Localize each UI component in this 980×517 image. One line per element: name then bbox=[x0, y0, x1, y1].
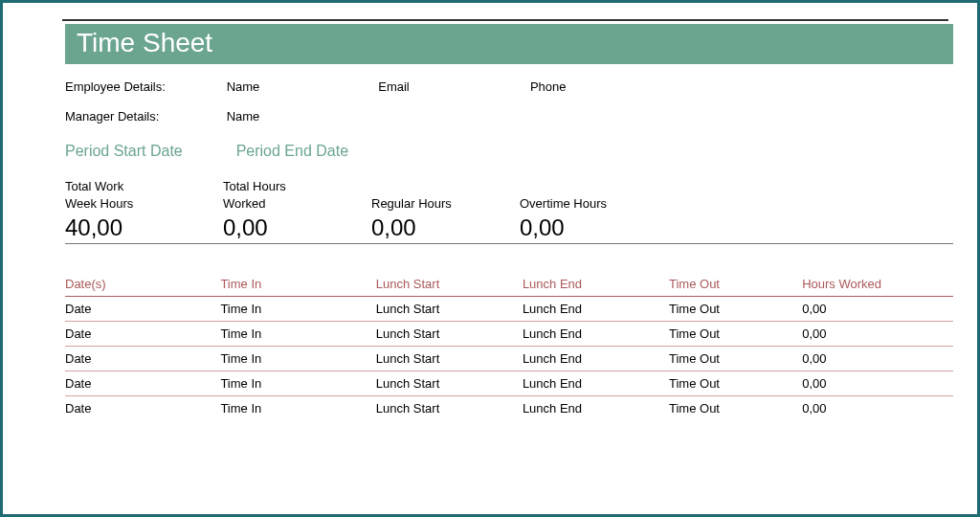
details-section: Employee Details: Name Email Phone Manag… bbox=[65, 79, 953, 124]
col-lunch-end: Lunch End bbox=[523, 273, 669, 297]
cell-lunch-end: Lunch End bbox=[523, 395, 669, 420]
table-row: DateTime InLunch StartLunch EndTime Out0… bbox=[65, 346, 953, 371]
table-row: DateTime InLunch StartLunch EndTime Out0… bbox=[65, 296, 953, 321]
cell-time-in: Time In bbox=[220, 346, 375, 371]
employee-name: Name bbox=[227, 79, 375, 94]
cell-time-out: Time Out bbox=[669, 296, 802, 321]
cell-hours-worked: 0,00 bbox=[802, 321, 953, 346]
cell-time-in: Time In bbox=[220, 321, 375, 346]
cell-lunch-start: Lunch Start bbox=[376, 346, 523, 371]
top-divider bbox=[62, 19, 948, 21]
cell-hours-worked: 0,00 bbox=[802, 296, 953, 321]
manager-details-row: Manager Details: Name bbox=[65, 109, 953, 124]
cell-lunch-end: Lunch End bbox=[523, 371, 669, 395]
cell-date: Date bbox=[65, 321, 220, 346]
cell-lunch-end: Lunch End bbox=[523, 346, 669, 371]
employee-phone: Phone bbox=[530, 79, 679, 94]
summary-overtime: Overtime Hours 0,00 bbox=[520, 179, 668, 241]
employee-email: Email bbox=[378, 79, 526, 94]
summary-regular-label2: Regular Hours bbox=[371, 196, 520, 212]
summary-overtime-label2: Overtime Hours bbox=[520, 196, 668, 212]
cell-hours-worked: 0,00 bbox=[802, 346, 953, 371]
manager-label: Manager Details: bbox=[65, 109, 223, 124]
table-header-row: Date(s) Time In Lunch Start Lunch End Ti… bbox=[65, 273, 953, 297]
col-hours-worked: Hours Worked bbox=[802, 273, 953, 297]
summary-total-week-label2: Week Hours bbox=[65, 196, 223, 212]
summary-total-worked-label2: Worked bbox=[223, 196, 371, 212]
cell-time-out: Time Out bbox=[669, 371, 802, 395]
cell-time-in: Time In bbox=[220, 371, 375, 395]
col-time-out: Time Out bbox=[669, 273, 802, 297]
col-lunch-start: Lunch Start bbox=[376, 273, 523, 297]
summary-row: Total Work Week Hours 40,00 Total Hours … bbox=[65, 179, 953, 244]
cell-date: Date bbox=[65, 395, 220, 420]
summary-regular-label1 bbox=[371, 179, 520, 194]
summary-overtime-value: 0,00 bbox=[520, 214, 668, 241]
cell-lunch-start: Lunch Start bbox=[376, 371, 523, 395]
cell-time-out: Time Out bbox=[669, 321, 802, 346]
cell-time-in: Time In bbox=[220, 395, 375, 420]
entries-table: Date(s) Time In Lunch Start Lunch End Ti… bbox=[65, 273, 953, 420]
col-time-in: Time In bbox=[220, 273, 375, 297]
cell-hours-worked: 0,00 bbox=[802, 395, 953, 420]
col-date: Date(s) bbox=[65, 273, 220, 297]
period-start-label: Period Start Date bbox=[65, 143, 218, 160]
cell-date: Date bbox=[65, 371, 220, 395]
summary-total-week: Total Work Week Hours 40,00 bbox=[65, 179, 223, 241]
timesheet-document: Time Sheet Employee Details: Name Email … bbox=[65, 24, 953, 420]
cell-date: Date bbox=[65, 346, 220, 371]
page-title: Time Sheet bbox=[65, 24, 953, 64]
period-end-label: Period End Date bbox=[236, 143, 390, 160]
cell-time-out: Time Out bbox=[669, 395, 802, 420]
manager-name: Name bbox=[227, 109, 375, 124]
cell-hours-worked: 0,00 bbox=[802, 371, 953, 395]
summary-total-worked: Total Hours Worked 0,00 bbox=[223, 179, 371, 241]
table-row: DateTime InLunch StartLunch EndTime Out0… bbox=[65, 371, 953, 395]
employee-label: Employee Details: bbox=[65, 79, 223, 94]
employee-details-row: Employee Details: Name Email Phone bbox=[65, 79, 953, 94]
summary-overtime-label1 bbox=[520, 179, 668, 194]
summary-regular-value: 0,00 bbox=[371, 214, 520, 241]
summary-total-worked-label1: Total Hours bbox=[223, 179, 371, 194]
summary-total-week-value: 40,00 bbox=[65, 214, 223, 241]
cell-lunch-start: Lunch Start bbox=[376, 395, 523, 420]
cell-lunch-start: Lunch Start bbox=[376, 321, 523, 346]
cell-time-out: Time Out bbox=[669, 346, 802, 371]
period-row: Period Start Date Period End Date bbox=[65, 143, 953, 160]
summary-regular: Regular Hours 0,00 bbox=[371, 179, 520, 241]
cell-lunch-end: Lunch End bbox=[523, 321, 669, 346]
summary-total-week-label1: Total Work bbox=[65, 179, 223, 194]
cell-lunch-end: Lunch End bbox=[523, 296, 669, 321]
cell-lunch-start: Lunch Start bbox=[376, 296, 523, 321]
table-row: DateTime InLunch StartLunch EndTime Out0… bbox=[65, 321, 953, 346]
cell-time-in: Time In bbox=[220, 296, 375, 321]
summary-total-worked-value: 0,00 bbox=[223, 214, 371, 241]
cell-date: Date bbox=[65, 296, 220, 321]
table-row: DateTime InLunch StartLunch EndTime Out0… bbox=[65, 395, 953, 420]
